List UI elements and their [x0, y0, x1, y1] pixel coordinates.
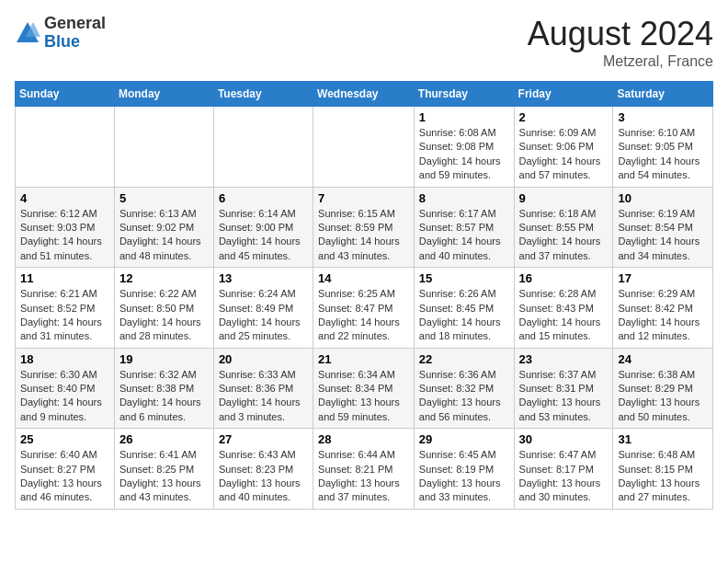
day-number: 27 [219, 432, 308, 446]
day-cell: 12Sunrise: 6:22 AMSunset: 8:50 PMDayligh… [114, 268, 213, 349]
weekday-header-saturday: Saturday [613, 82, 713, 107]
day-info: Sunrise: 6:47 AMSunset: 8:17 PMDaylight:… [519, 448, 609, 505]
day-info: Sunrise: 6:45 AMSunset: 8:19 PMDaylight:… [419, 448, 509, 505]
weekday-header-sunday: Sunday [16, 82, 115, 107]
day-info: Sunrise: 6:24 AMSunset: 8:49 PMDaylight:… [219, 287, 308, 344]
day-cell: 13Sunrise: 6:24 AMSunset: 8:49 PMDayligh… [213, 268, 313, 349]
day-info: Sunrise: 6:41 AMSunset: 8:25 PMDaylight:… [119, 448, 209, 505]
day-cell: 5Sunrise: 6:13 AMSunset: 9:02 PMDaylight… [114, 187, 213, 268]
day-cell [213, 107, 313, 188]
day-info: Sunrise: 6:21 AMSunset: 8:52 PMDaylight:… [20, 287, 109, 344]
day-number: 8 [419, 191, 509, 205]
day-cell: 10Sunrise: 6:19 AMSunset: 8:54 PMDayligh… [613, 187, 713, 268]
day-cell: 8Sunrise: 6:17 AMSunset: 8:57 PMDaylight… [414, 187, 514, 268]
location-subtitle: Metzeral, France [528, 53, 713, 70]
month-year-title: August 2024 [528, 15, 713, 53]
day-cell: 9Sunrise: 6:18 AMSunset: 8:55 PMDaylight… [514, 187, 613, 268]
day-number: 31 [618, 432, 708, 446]
day-cell [313, 107, 415, 188]
day-cell: 24Sunrise: 6:38 AMSunset: 8:29 PMDayligh… [613, 348, 713, 429]
day-info: Sunrise: 6:30 AMSunset: 8:40 PMDaylight:… [20, 368, 109, 425]
weekday-header-monday: Monday [114, 82, 213, 107]
day-number: 14 [318, 271, 409, 285]
day-info: Sunrise: 6:09 AMSunset: 9:06 PMDaylight:… [519, 126, 609, 183]
day-cell: 16Sunrise: 6:28 AMSunset: 8:43 PMDayligh… [514, 268, 613, 349]
day-number: 15 [419, 271, 509, 285]
day-cell: 19Sunrise: 6:32 AMSunset: 8:38 PMDayligh… [114, 348, 213, 429]
day-info: Sunrise: 6:36 AMSunset: 8:32 PMDaylight:… [419, 368, 509, 425]
day-number: 28 [318, 432, 409, 446]
day-info: Sunrise: 6:32 AMSunset: 8:38 PMDaylight:… [119, 368, 209, 425]
day-cell: 22Sunrise: 6:36 AMSunset: 8:32 PMDayligh… [414, 348, 514, 429]
logo-blue-text: Blue [44, 32, 80, 51]
day-cell: 17Sunrise: 6:29 AMSunset: 8:42 PMDayligh… [613, 268, 713, 349]
day-cell: 6Sunrise: 6:14 AMSunset: 9:00 PMDaylight… [213, 187, 313, 268]
day-number: 29 [419, 432, 509, 446]
day-number: 11 [20, 271, 109, 285]
day-cell: 23Sunrise: 6:37 AMSunset: 8:31 PMDayligh… [514, 348, 613, 429]
day-cell: 20Sunrise: 6:33 AMSunset: 8:36 PMDayligh… [213, 348, 313, 429]
page-header: General Blue August 2024 Metzeral, Franc… [15, 15, 713, 70]
day-cell: 29Sunrise: 6:45 AMSunset: 8:19 PMDayligh… [414, 429, 514, 510]
weekday-header-wednesday: Wednesday [313, 82, 415, 107]
day-number: 2 [519, 110, 609, 124]
day-cell [114, 107, 213, 188]
week-row-4: 18Sunrise: 6:30 AMSunset: 8:40 PMDayligh… [16, 348, 713, 429]
day-cell: 26Sunrise: 6:41 AMSunset: 8:25 PMDayligh… [114, 429, 213, 510]
day-info: Sunrise: 6:12 AMSunset: 9:03 PMDaylight:… [20, 207, 109, 264]
weekday-header-row: SundayMondayTuesdayWednesdayThursdayFrid… [16, 82, 713, 107]
day-info: Sunrise: 6:19 AMSunset: 8:54 PMDaylight:… [618, 207, 708, 264]
day-number: 6 [219, 191, 308, 205]
day-info: Sunrise: 6:14 AMSunset: 9:00 PMDaylight:… [219, 207, 308, 264]
day-number: 18 [20, 352, 109, 366]
day-info: Sunrise: 6:29 AMSunset: 8:42 PMDaylight:… [618, 287, 708, 344]
week-row-3: 11Sunrise: 6:21 AMSunset: 8:52 PMDayligh… [16, 268, 713, 349]
day-info: Sunrise: 6:26 AMSunset: 8:45 PMDaylight:… [419, 287, 509, 344]
day-cell: 7Sunrise: 6:15 AMSunset: 8:59 PMDaylight… [313, 187, 415, 268]
day-info: Sunrise: 6:38 AMSunset: 8:29 PMDaylight:… [618, 368, 708, 425]
day-info: Sunrise: 6:28 AMSunset: 8:43 PMDaylight:… [519, 287, 609, 344]
day-cell: 27Sunrise: 6:43 AMSunset: 8:23 PMDayligh… [213, 429, 313, 510]
day-number: 5 [119, 191, 209, 205]
day-info: Sunrise: 6:44 AMSunset: 8:21 PMDaylight:… [318, 448, 409, 505]
day-cell: 25Sunrise: 6:40 AMSunset: 8:27 PMDayligh… [16, 429, 115, 510]
weekday-header-thursday: Thursday [414, 82, 514, 107]
day-cell: 30Sunrise: 6:47 AMSunset: 8:17 PMDayligh… [514, 429, 613, 510]
day-info: Sunrise: 6:15 AMSunset: 8:59 PMDaylight:… [318, 207, 409, 264]
day-cell [16, 107, 115, 188]
day-cell: 1Sunrise: 6:08 AMSunset: 9:08 PMDaylight… [414, 107, 514, 188]
day-info: Sunrise: 6:17 AMSunset: 8:57 PMDaylight:… [419, 207, 509, 264]
day-number: 19 [119, 352, 209, 366]
week-row-5: 25Sunrise: 6:40 AMSunset: 8:27 PMDayligh… [16, 429, 713, 510]
day-number: 7 [318, 191, 409, 205]
day-info: Sunrise: 6:22 AMSunset: 8:50 PMDaylight:… [119, 287, 209, 344]
logo-icon [15, 20, 40, 46]
day-number: 23 [519, 352, 609, 366]
day-number: 12 [119, 271, 209, 285]
day-number: 1 [419, 110, 509, 124]
day-info: Sunrise: 6:43 AMSunset: 8:23 PMDaylight:… [219, 448, 308, 505]
day-cell: 4Sunrise: 6:12 AMSunset: 9:03 PMDaylight… [16, 187, 115, 268]
day-info: Sunrise: 6:08 AMSunset: 9:08 PMDaylight:… [419, 126, 509, 183]
day-cell: 31Sunrise: 6:48 AMSunset: 8:15 PMDayligh… [613, 429, 713, 510]
day-number: 17 [618, 271, 708, 285]
day-info: Sunrise: 6:10 AMSunset: 9:05 PMDaylight:… [618, 126, 708, 183]
day-number: 22 [419, 352, 509, 366]
day-number: 16 [519, 271, 609, 285]
day-info: Sunrise: 6:25 AMSunset: 8:47 PMDaylight:… [318, 287, 409, 344]
day-number: 21 [318, 352, 409, 366]
day-info: Sunrise: 6:33 AMSunset: 8:36 PMDaylight:… [219, 368, 308, 425]
day-number: 4 [20, 191, 109, 205]
day-info: Sunrise: 6:18 AMSunset: 8:55 PMDaylight:… [519, 207, 609, 264]
weekday-header-friday: Friday [514, 82, 613, 107]
day-number: 9 [519, 191, 609, 205]
day-number: 20 [219, 352, 308, 366]
title-block: August 2024 Metzeral, France [528, 15, 713, 70]
weekday-header-tuesday: Tuesday [213, 82, 313, 107]
day-cell: 3Sunrise: 6:10 AMSunset: 9:05 PMDaylight… [613, 107, 713, 188]
day-cell: 28Sunrise: 6:44 AMSunset: 8:21 PMDayligh… [313, 429, 415, 510]
day-number: 25 [20, 432, 109, 446]
week-row-1: 1Sunrise: 6:08 AMSunset: 9:08 PMDaylight… [16, 107, 713, 188]
logo: General Blue [15, 15, 106, 52]
day-number: 10 [618, 191, 708, 205]
